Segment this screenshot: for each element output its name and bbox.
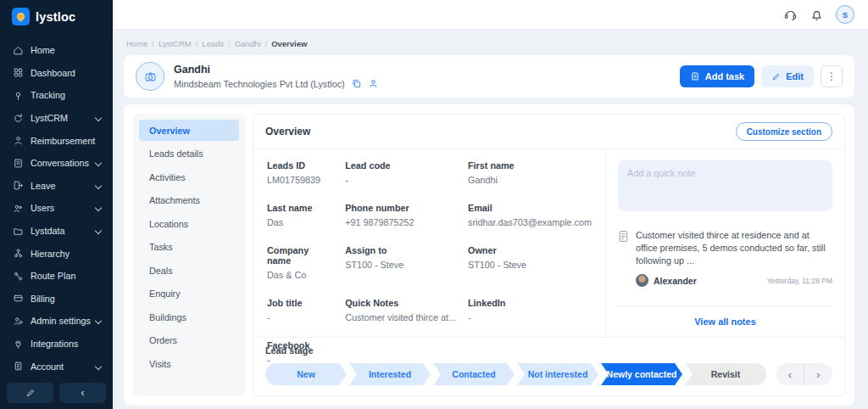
logo[interactable]: lystloc [0, 0, 113, 32]
topbar: S [113, 0, 868, 30]
sidebar-item-hierarchy[interactable]: Hierarchy [0, 242, 113, 265]
field-value: Customer visited thirce at... [345, 312, 456, 322]
stage-next-button[interactable]: › [804, 363, 832, 385]
sidebar-item-conversations[interactable]: Conversations [0, 152, 113, 175]
chevron-down-icon [95, 317, 102, 324]
chevron-down-icon [95, 204, 102, 211]
camera-icon [144, 70, 157, 83]
sidebar-item-label: Reimbursement [31, 136, 104, 146]
chevron-down-icon [95, 115, 102, 121]
sidebar-item-label: Tracking [31, 90, 104, 100]
kebab-menu-button[interactable]: ⋮ [821, 65, 843, 87]
bell-icon[interactable] [810, 8, 824, 22]
sidebar-item-admin-settings[interactable]: Admin settings [0, 310, 113, 333]
sidebar-item-account[interactable]: Account [0, 355, 113, 378]
sidebar-item-route-plan[interactable]: Route Plan [0, 265, 113, 288]
lystdata-icon [13, 226, 24, 237]
account-icon [13, 361, 24, 372]
stage-prev-button[interactable]: ‹ [776, 363, 804, 385]
sidebar-item-label: Integrations [31, 339, 104, 349]
tab-deals[interactable]: Deals [139, 260, 239, 281]
lead-fields-grid: Leads IDLM01759839Lead code-First nameGa… [253, 149, 605, 337]
quick-note-input[interactable]: Add a quick note [618, 160, 832, 211]
locate-contact-icon[interactable] [368, 78, 379, 89]
field-owner: OwnerST100 - Steve [468, 245, 592, 280]
stage-revisit[interactable]: Revisit [685, 363, 766, 385]
sidebar-item-integrations[interactable]: Integrations [0, 333, 113, 356]
sidebar-item-billing[interactable]: Billing [0, 288, 113, 311]
sidebar-nav: HomeDashboardTrackingLystCRMReimbursemen… [0, 32, 113, 378]
field-label: Quick Notes [345, 298, 456, 308]
lead-header-card: Gandhi Mindsbeam Technologies Pvt Ltd (L… [124, 55, 854, 98]
field-label: Assign to [345, 245, 456, 255]
breadcrumb-item[interactable]: LystCRM [159, 39, 192, 48]
overview-section: Overview Customize section Leads IDLM017… [253, 114, 845, 396]
tab-buildings[interactable]: Buildings [139, 306, 239, 328]
customize-section-button[interactable]: Customize section [736, 122, 832, 141]
tab-overview[interactable]: Overview [139, 120, 239, 141]
tab-attachments[interactable]: Attachments [139, 190, 239, 211]
sidebar-item-reimbursement[interactable]: Reimbursement [0, 129, 113, 152]
sidebar-footer: ‹ [0, 378, 113, 409]
edit-button[interactable]: Edit [761, 65, 814, 87]
chevron-down-icon [95, 160, 102, 166]
lead-actions: Add task Edit ⋮ [680, 65, 843, 87]
tab-leads-details[interactable]: Leads details [139, 143, 239, 165]
breadcrumb-item[interactable]: Gandhi [235, 39, 261, 48]
sidebar-item-label: Users [31, 203, 96, 213]
sidebar-item-users[interactable]: Users [0, 197, 113, 220]
field-last-name: Last nameDas [267, 203, 333, 227]
main-area: S Home/LystCRM/Leads/Gandhi/Overview Gan… [113, 0, 868, 409]
home-icon [13, 45, 24, 56]
sidebar-item-label: Billing [31, 294, 104, 304]
lystcrm-icon [13, 113, 24, 124]
tracking-icon [13, 90, 24, 101]
field-value: - [468, 312, 592, 322]
lead-detail-panel: OverviewLeads detailsActivitiesAttachmen… [124, 104, 854, 406]
task-icon [690, 71, 700, 81]
field-label: Last name [267, 203, 333, 213]
stage-interested[interactable]: Interested [349, 363, 431, 385]
sidebar-edit-button[interactable] [7, 383, 53, 403]
field-label: Leads ID [267, 160, 333, 171]
sidebar-collapse-button[interactable]: ‹ [59, 383, 106, 403]
sidebar-item-lystcrm[interactable]: LystCRM [0, 107, 113, 130]
copy-icon[interactable] [351, 78, 362, 89]
stage-not-interested[interactable]: Not interested [517, 363, 598, 385]
note-author: Alexander [654, 276, 697, 286]
tab-enquiry[interactable]: Enquiry [139, 283, 239, 305]
field-value: +91 9879875252 [345, 217, 456, 227]
lead-avatar[interactable] [136, 62, 164, 91]
field-label: Email [468, 203, 592, 213]
field-value: Das & Co [267, 270, 333, 280]
tab-tasks[interactable]: Tasks [139, 237, 239, 258]
tab-orders[interactable]: Orders [139, 330, 239, 351]
tab-visits[interactable]: Visits [139, 353, 239, 374]
add-task-button[interactable]: Add task [680, 65, 754, 87]
sidebar-item-label: Admin settings [31, 316, 96, 326]
sidebar-item-home[interactable]: Home [0, 39, 113, 62]
stage-contacted[interactable]: Contacted [433, 363, 515, 385]
reimbursement-icon [13, 135, 24, 146]
field-label: LinkedIn [468, 298, 592, 308]
lead-stage-label: Lead stage [265, 345, 832, 356]
stage-new[interactable]: New [265, 363, 347, 385]
user-avatar[interactable]: S [836, 5, 854, 24]
sidebar-item-leave[interactable]: Leave [0, 175, 113, 198]
breadcrumb-item[interactable]: Home [126, 39, 147, 48]
lead-stage-pipeline: NewInterestedContactedNot interestedNewl… [265, 363, 766, 385]
breadcrumb-separator: / [152, 39, 154, 48]
notes-panel: Add a quick note Customer visited thirce… [605, 149, 844, 337]
field-label: Lead code [345, 160, 456, 171]
sidebar-item-dashboard[interactable]: Dashboard [0, 62, 113, 85]
view-all-notes-link[interactable]: View all notes [618, 305, 832, 337]
stage-newly-contacted[interactable]: Newly contacted [601, 363, 682, 385]
tab-locations[interactable]: Locations [139, 213, 239, 234]
breadcrumb-item[interactable]: Leads [202, 39, 224, 48]
tab-activities[interactable]: Activities [139, 166, 239, 188]
breadcrumb-separator: / [228, 39, 231, 48]
sidebar-item-label: LystCRM [31, 113, 96, 123]
sidebar-item-tracking[interactable]: Tracking [0, 84, 113, 107]
sidebar-item-lystdata[interactable]: Lystdata [0, 220, 113, 243]
headset-icon[interactable] [783, 8, 798, 22]
